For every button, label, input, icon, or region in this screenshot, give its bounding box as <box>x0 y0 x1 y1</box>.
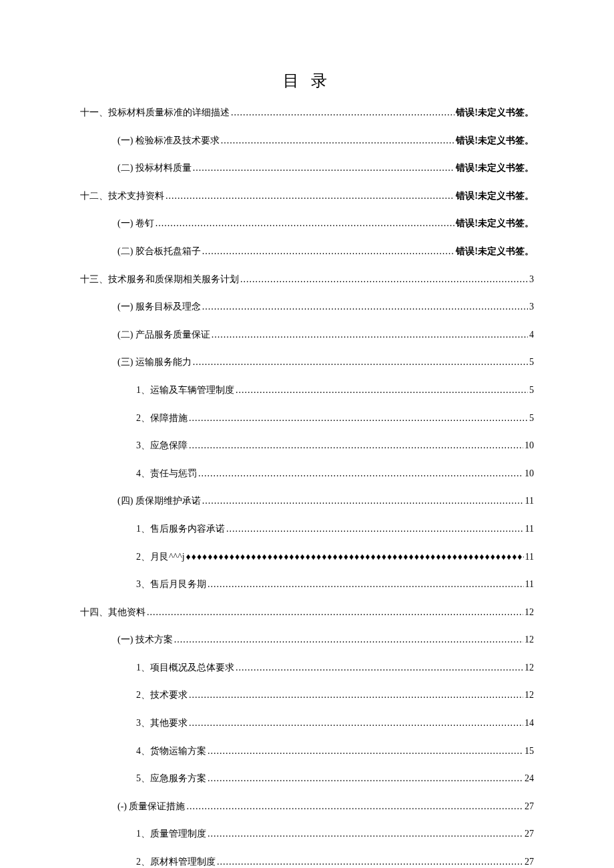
toc-container: 十一、投标材料质量标准的详细描述 .......................… <box>80 106 534 868</box>
toc-entry-label: 4、货物运输方案 <box>136 745 206 758</box>
toc-leader-dots: ........................................… <box>221 134 455 147</box>
toc-entry: 十四、其他资料.................................… <box>80 606 534 619</box>
toc-entry: 十二、技术支持资料...............................… <box>80 189 534 203</box>
toc-entry-label: (一) 技术方案 <box>117 633 173 646</box>
toc-entry: (二) 产品服务质量保证 ...........................… <box>80 328 534 342</box>
toc-leader-dots: ........................................… <box>208 772 523 785</box>
toc-entry-label: 2、原材料管理制度 <box>136 855 216 868</box>
toc-entry-label: 十三、技术服务和质保期相关服务计划 <box>80 273 239 286</box>
toc-entry-page: 错误!未定义书签。 <box>456 106 534 119</box>
toc-entry-label: 1、运输及车辆管理制度 <box>136 384 234 397</box>
toc-leader-dots: ........................................… <box>189 689 523 702</box>
toc-entry: 5、应急服务方案................................… <box>80 772 534 785</box>
toc-entry: (二) 投标材料质量..............................… <box>80 161 534 175</box>
toc-entry: (-) 质量保证措施 .............................… <box>80 800 534 813</box>
toc-leader-dots: ........................................… <box>208 745 523 758</box>
toc-entry-label: 十四、其他资料 <box>80 606 145 619</box>
toc-leader-dots: ........................................… <box>189 717 523 730</box>
toc-leader-dots: ........................................… <box>202 245 455 258</box>
toc-leader-dots: ........................................… <box>217 855 523 868</box>
toc-entry-page: 27 <box>525 855 534 868</box>
toc-entry-page: 5 <box>529 384 534 397</box>
toc-entry-page: 12 <box>525 661 534 675</box>
toc-entry: 2、原材料管理制度...............................… <box>80 855 534 868</box>
toc-entry: 3、售后月艮务期................................… <box>80 578 534 591</box>
toc-entry-label: 1、质量管理制度 <box>136 827 206 841</box>
toc-entry-page: 11 <box>525 550 534 564</box>
toc-entry-label: (一) 检验标准及技术要求 <box>117 134 220 147</box>
toc-entry-label: (三) 运输服务能力 <box>117 356 192 369</box>
toc-leader-dots: ........................................… <box>189 439 523 452</box>
toc-entry: 2、月艮^^^j ♦♦♦♦♦♦♦♦♦♦♦♦♦♦♦♦♦♦♦♦♦♦♦♦♦♦♦♦♦♦♦… <box>80 550 534 564</box>
toc-entry-label: 十一、投标材料质量标准的详细描述 <box>80 106 230 119</box>
toc-entry-label: 5、应急服务方案 <box>136 772 206 785</box>
toc-entry: (一) 服务目标及理念.............................… <box>80 300 534 314</box>
toc-entry-page: 错误!未定义书签。 <box>456 161 534 175</box>
toc-entry-label: 4、责任与惩罚 <box>136 467 197 480</box>
toc-leader-dots: ........................................… <box>174 633 523 646</box>
toc-entry-page: 11 <box>525 494 534 508</box>
toc-title: 目 录 <box>80 70 534 91</box>
toc-entry: 3、应急保障..................................… <box>80 439 534 452</box>
toc-entry-page: 错误!未定义书签。 <box>456 217 534 230</box>
toc-entry-label: (四) 质保期维护承诺 <box>117 494 201 508</box>
toc-entry-page: 14 <box>525 717 534 730</box>
toc-entry-label: (一) 卷钉 <box>117 217 154 230</box>
toc-entry-page: 11 <box>525 578 534 591</box>
toc-leader-dots: ........................................… <box>156 217 455 230</box>
toc-entry-page: 4 <box>529 328 534 342</box>
toc-entry: 1、售后服务内容承诺..............................… <box>80 522 534 536</box>
toc-entry: (一) 检验标准及技术要求...........................… <box>80 134 534 147</box>
toc-entry: (四) 质保期维护承诺.............................… <box>80 494 534 508</box>
toc-entry: (二) 胶合板托盘箱子 ............................… <box>80 245 534 258</box>
toc-entry-page: 10 <box>525 467 534 480</box>
toc-entry: 4、责任与惩罚.................................… <box>80 467 534 480</box>
toc-entry: 十三、技术服务和质保期相关服务计划.......................… <box>80 273 534 286</box>
toc-entry-page: 10 <box>525 439 534 452</box>
toc-entry: 十一、投标材料质量标准的详细描述 .......................… <box>80 106 534 119</box>
toc-leader-dots: ........................................… <box>193 161 455 175</box>
toc-entry-page: 5 <box>529 412 534 425</box>
toc-leader-dots: ........................................… <box>193 356 528 369</box>
toc-leader-dots: ........................................… <box>198 467 523 480</box>
toc-entry: 1、项目概况及总体要求 ............................… <box>80 661 534 675</box>
toc-entry-label: 2、技术要求 <box>136 689 188 702</box>
toc-entry-page: 11 <box>525 522 534 536</box>
toc-entry-page: 27 <box>525 800 534 813</box>
toc-leader-dots: ........................................… <box>202 494 524 508</box>
toc-entry-label: 1、项目概况及总体要求 <box>136 661 234 675</box>
toc-leader-dots: ........................................… <box>208 578 524 591</box>
toc-entry-page: 错误!未定义书签。 <box>456 134 534 147</box>
toc-entry: 1、质量管理制度................................… <box>80 827 534 841</box>
toc-entry-page: 错误!未定义书签。 <box>456 245 534 258</box>
toc-entry-label: (二) 胶合板托盘箱子 <box>117 245 201 258</box>
toc-entry-page: 12 <box>525 606 534 619</box>
toc-entry-label: 3、应急保障 <box>136 439 188 452</box>
toc-leader-dots: ........................................… <box>208 827 523 841</box>
toc-leader-dots: ........................................… <box>202 300 528 314</box>
toc-entry-page: 5 <box>529 356 534 369</box>
toc-entry-page: 错误!未定义书签。 <box>456 189 534 203</box>
toc-leader-dots: ........................................… <box>166 189 454 203</box>
toc-leader-dots: ........................................… <box>231 106 454 119</box>
toc-leader-dots: ........................................… <box>236 661 523 675</box>
toc-leader-dots: ........................................… <box>187 800 524 813</box>
toc-entry-label: 2、保障措施 <box>136 412 188 425</box>
toc-entry: 4、货物运输方案................................… <box>80 745 534 758</box>
toc-entry: 1、运输及车辆管理制度.............................… <box>80 384 534 397</box>
toc-leader-dots: ........................................… <box>236 384 528 397</box>
toc-entry: 2、保障措施..................................… <box>80 412 534 425</box>
toc-entry-label: (-) 质量保证措施 <box>117 800 186 813</box>
toc-leader-dots: ♦♦♦♦♦♦♦♦♦♦♦♦♦♦♦♦♦♦♦♦♦♦♦♦♦♦♦♦♦♦♦♦♦♦♦♦♦♦♦♦… <box>186 550 524 564</box>
toc-entry: (三) 运输服务能力..............................… <box>80 356 534 369</box>
toc-entry-page: 3 <box>529 273 534 286</box>
toc-entry-label: 十二、技术支持资料 <box>80 189 164 203</box>
toc-entry: 2、技术要求..................................… <box>80 689 534 702</box>
toc-entry-label: 1、售后服务内容承诺 <box>136 522 225 536</box>
toc-entry-label: 2、月艮^^^j <box>136 550 185 564</box>
toc-entry-page: 12 <box>525 689 534 702</box>
toc-entry-label: (二) 产品服务质量保证 <box>117 328 210 342</box>
toc-entry: (一) 卷钉 .................................… <box>80 217 534 230</box>
toc-entry-page: 12 <box>525 633 534 646</box>
toc-entry-page: 3 <box>529 300 534 314</box>
